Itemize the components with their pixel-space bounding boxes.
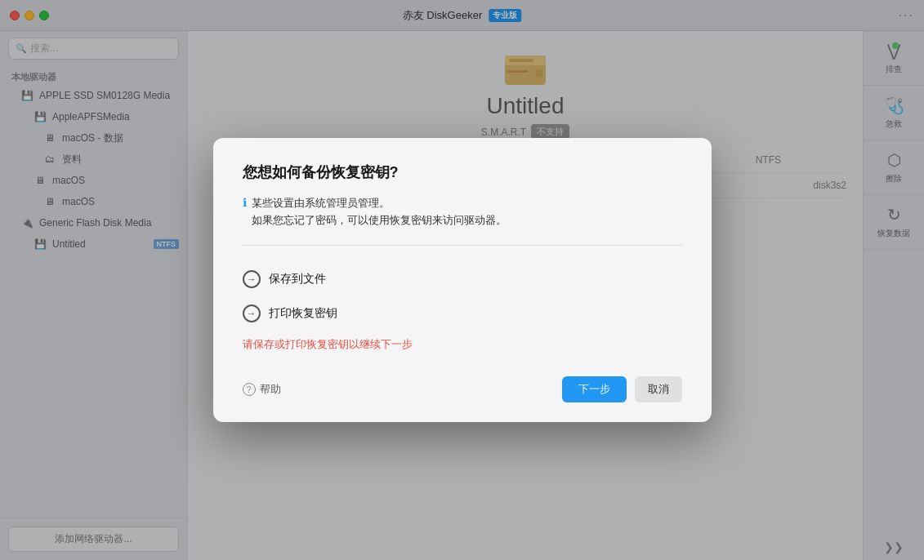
dialog-buttons: 下一步 取消 (562, 376, 682, 402)
print-key-label: 打印恢复密钥 (269, 306, 337, 321)
info-line2: 如果您忘记了密码，可以使用恢复密钥来访问驱动器。 (252, 214, 507, 226)
help-button[interactable]: ? 帮助 (243, 382, 281, 397)
dialog-title: 您想如何备份恢复密钥? (243, 162, 682, 182)
save-to-file-option[interactable]: → 保存到文件 (243, 262, 682, 296)
cancel-button[interactable]: 取消 (635, 376, 682, 402)
dialog-footer: ? 帮助 下一步 取消 (243, 376, 682, 402)
print-key-option[interactable]: → 打印恢复密钥 (243, 296, 682, 331)
modal-overlay: 您想如何备份恢复密钥? ℹ 某些设置由系统管理员管理。 如果您忘记了密码，可以使… (0, 0, 924, 560)
help-label: 帮助 (260, 382, 281, 397)
save-arrow-icon: → (243, 270, 261, 288)
next-button[interactable]: 下一步 (562, 376, 627, 402)
info-line1: 某些设置由系统管理员管理。 (252, 197, 390, 209)
warning-text: 请保存或打印恢复密钥以继续下一步 (243, 337, 682, 352)
help-circle-icon: ? (243, 383, 256, 396)
info-text: 某些设置由系统管理员管理。 如果您忘记了密码，可以使用恢复密钥来访问驱动器。 (252, 195, 507, 229)
print-arrow-icon: → (243, 304, 261, 322)
dialog-info: ℹ 某些设置由系统管理员管理。 如果您忘记了密码，可以使用恢复密钥来访问驱动器。 (243, 195, 682, 229)
save-to-file-label: 保存到文件 (269, 272, 326, 287)
backup-key-dialog: 您想如何备份恢复密钥? ℹ 某些设置由系统管理员管理。 如果您忘记了密码，可以使… (213, 138, 712, 423)
divider1 (243, 245, 682, 246)
info-icon: ℹ (243, 196, 247, 209)
